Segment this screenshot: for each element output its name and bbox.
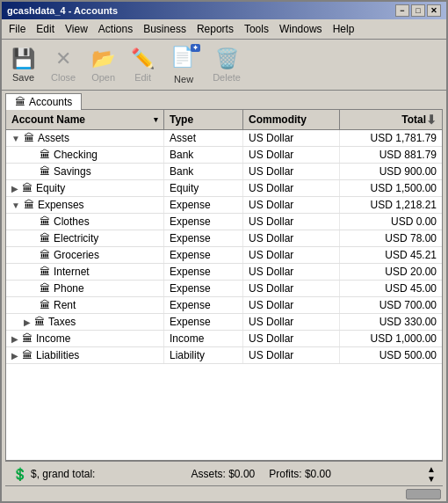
accounts-tab-icon: 🏛 bbox=[15, 96, 25, 108]
total-cell: USD 45.00 bbox=[340, 281, 442, 296]
type-cell: Expense bbox=[164, 314, 243, 330]
total-cell: USD 45.21 bbox=[340, 247, 442, 263]
status-spin-up[interactable]: ▲ bbox=[427, 464, 436, 474]
table-row[interactable]: ▶ 🏛 Equity Equity US Dollar USD 1,500.00 bbox=[6, 180, 442, 197]
total-cell: USD 1,218.21 bbox=[340, 197, 442, 213]
total-cell: USD 78.00 bbox=[340, 230, 442, 246]
commodity-cell: US Dollar bbox=[243, 281, 340, 296]
table-body: ▼ 🏛 Assets Asset US Dollar USD 1,781.79 … bbox=[6, 130, 442, 460]
menu-actions[interactable]: Actions bbox=[93, 21, 138, 37]
total-cell: USD 1,781.79 bbox=[340, 130, 442, 146]
sort-icon[interactable]: ⬇ bbox=[426, 113, 437, 127]
menu-edit[interactable]: Edit bbox=[31, 21, 60, 37]
status-bar: 💲 $, grand total: Assets: $0.00 Profits:… bbox=[5, 461, 443, 485]
close-icon: ✕ bbox=[55, 47, 71, 70]
window-title: gcashdata_4 - Accounts bbox=[7, 5, 118, 16]
header-commodity: Commodity bbox=[243, 110, 340, 129]
account-icon: 🏛 bbox=[40, 215, 50, 228]
type-cell: Expense bbox=[164, 247, 243, 263]
account-icon: 🏛 bbox=[40, 232, 50, 244]
edit-button[interactable]: ✏️ Edit bbox=[125, 43, 161, 87]
new-button[interactable]: 📄 ✦ New bbox=[164, 43, 203, 87]
table-row[interactable]: 🏛 Phone Expense US Dollar USD 45.00 bbox=[6, 281, 442, 297]
total-cell: USD 900.00 bbox=[340, 164, 442, 179]
account-name-cell: ▶ 🏛 Equity bbox=[6, 180, 164, 196]
account-icon: 🏛 bbox=[22, 182, 33, 194]
account-name-cell: ▼ 🏛 Assets bbox=[6, 130, 164, 146]
header-account-name: Account Name ▾ bbox=[6, 110, 164, 129]
profits-label: Profits: $0.00 bbox=[269, 468, 331, 480]
table-row[interactable]: 🏛 Checking Bank US Dollar USD 881.79 bbox=[6, 147, 442, 164]
type-cell: Equity bbox=[164, 180, 243, 196]
tab-bar: 🏛 Accounts bbox=[2, 91, 446, 109]
account-name-cell: ▼ 🏛 Expenses bbox=[6, 197, 164, 213]
type-cell: Expense bbox=[164, 230, 243, 246]
grand-total-icon: 💲 bbox=[12, 467, 27, 481]
table-row[interactable]: ▶ 🏛 Taxes Expense US Dollar USD 330.00 bbox=[6, 314, 442, 331]
commodity-cell: US Dollar bbox=[243, 247, 340, 263]
account-name-cell: ▶ 🏛 Liabilities bbox=[6, 347, 164, 363]
table-row[interactable]: 🏛 Savings Bank US Dollar USD 900.00 bbox=[6, 164, 442, 180]
commodity-cell: US Dollar bbox=[243, 180, 340, 196]
table-row[interactable]: ▶ 🏛 Liabilities Liability US Dollar USD … bbox=[6, 347, 442, 364]
close-button[interactable]: ✕ bbox=[427, 4, 441, 17]
menu-tools[interactable]: Tools bbox=[239, 21, 274, 37]
menu-view[interactable]: View bbox=[60, 21, 93, 37]
commodity-cell: US Dollar bbox=[243, 264, 340, 280]
account-name-cell: 🏛 Phone bbox=[6, 281, 164, 296]
table-row[interactable]: 🏛 Electricity Expense US Dollar USD 78.0… bbox=[6, 230, 442, 247]
account-icon: 🏛 bbox=[40, 299, 50, 311]
type-cell: Bank bbox=[164, 147, 243, 163]
type-cell: Bank bbox=[164, 164, 243, 179]
account-icon: 🏛 bbox=[40, 282, 50, 295]
account-icon: 🏛 bbox=[40, 249, 50, 261]
account-icon: 🏛 bbox=[40, 149, 50, 161]
minimize-button[interactable]: − bbox=[395, 4, 409, 17]
type-cell: Expense bbox=[164, 281, 243, 296]
title-bar-buttons: − □ ✕ bbox=[395, 4, 441, 17]
delete-button[interactable]: 🗑️ Delete bbox=[206, 43, 247, 87]
open-icon: 📂 bbox=[91, 47, 115, 70]
table-row[interactable]: 🏛 Rent Expense US Dollar USD 700.00 bbox=[6, 297, 442, 314]
new-icon: 📄 ✦ bbox=[170, 46, 197, 70]
total-cell: USD 700.00 bbox=[340, 297, 442, 313]
commodity-cell: US Dollar bbox=[243, 347, 340, 363]
header-type: Type bbox=[164, 110, 243, 129]
table-row[interactable]: ▼ 🏛 Assets Asset US Dollar USD 1,781.79 bbox=[6, 130, 442, 147]
scroll-thumb[interactable] bbox=[406, 489, 441, 499]
type-cell: Liability bbox=[164, 347, 243, 363]
account-name-dropdown[interactable]: ▾ bbox=[154, 115, 158, 124]
account-icon: 🏛 bbox=[34, 316, 45, 328]
menu-file[interactable]: File bbox=[4, 21, 31, 37]
menu-help[interactable]: Help bbox=[328, 21, 360, 37]
table-row[interactable]: 🏛 Internet Expense US Dollar USD 20.00 bbox=[6, 264, 442, 281]
table-row[interactable]: 🏛 Groceries Expense US Dollar USD 45.21 bbox=[6, 247, 442, 264]
maximize-button[interactable]: □ bbox=[411, 4, 425, 17]
edit-icon: ✏️ bbox=[131, 47, 155, 70]
total-cell: USD 1,000.00 bbox=[340, 331, 442, 346]
type-cell: Expense bbox=[164, 297, 243, 313]
commodity-cell: US Dollar bbox=[243, 197, 340, 213]
account-name-cell: 🏛 Internet bbox=[6, 264, 164, 280]
menu-business[interactable]: Business bbox=[138, 21, 191, 37]
save-button[interactable]: 💾 Save bbox=[5, 43, 41, 87]
commodity-cell: US Dollar bbox=[243, 147, 340, 163]
open-button[interactable]: 📂 Open bbox=[85, 43, 121, 87]
close-account-button[interactable]: ✕ Close bbox=[45, 43, 82, 87]
table-row[interactable]: 🏛 Clothes Expense US Dollar USD 0.00 bbox=[6, 214, 442, 230]
commodity-cell: US Dollar bbox=[243, 314, 340, 330]
account-icon: 🏛 bbox=[40, 266, 50, 278]
menu-reports[interactable]: Reports bbox=[191, 21, 239, 37]
status-spin-down[interactable]: ▼ bbox=[427, 474, 436, 484]
horizontal-scrollbar[interactable] bbox=[5, 485, 443, 501]
account-icon: 🏛 bbox=[22, 349, 33, 361]
commodity-cell: US Dollar bbox=[243, 230, 340, 246]
title-bar: gcashdata_4 - Accounts − □ ✕ bbox=[2, 2, 446, 19]
table-row[interactable]: ▶ 🏛 Income Income US Dollar USD 1,000.00 bbox=[6, 331, 442, 347]
table-row[interactable]: ▼ 🏛 Expenses Expense US Dollar USD 1,218… bbox=[6, 197, 442, 214]
type-cell: Expense bbox=[164, 214, 243, 230]
menu-windows[interactable]: Windows bbox=[274, 21, 328, 37]
tab-accounts[interactable]: 🏛 Accounts bbox=[5, 93, 82, 110]
account-name-cell: ▶ 🏛 Taxes bbox=[6, 314, 164, 330]
toolbar: 💾 Save ✕ Close 📂 Open ✏️ Edit 📄 ✦ New 🗑️… bbox=[2, 40, 446, 91]
